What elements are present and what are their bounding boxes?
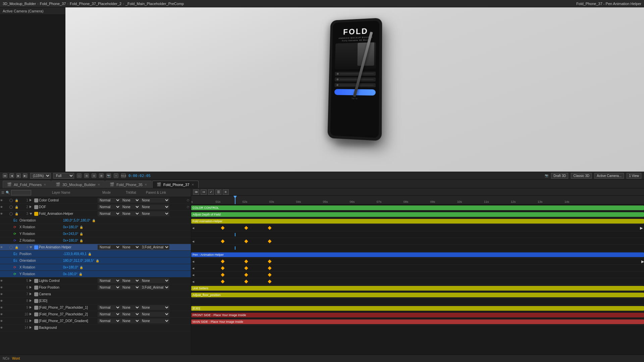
layer-expand-14[interactable] — [30, 326, 34, 329]
prop-value-xrot-1[interactable]: 0x+180,0° — [63, 225, 78, 229]
layer-mode-4[interactable]: Normal — [98, 245, 120, 250]
tab-all-fold-phones[interactable]: 🎬 All_Fold_Phones ✕ — [3, 181, 51, 188]
layer-eye-9[interactable]: 👁 — [0, 306, 3, 309]
layer-parent-5[interactable]: None — [140, 278, 169, 283]
layer-parent-10[interactable]: None — [140, 312, 169, 317]
layer-prop-icon-2[interactable]: ⏱ — [186, 205, 190, 209]
prop-lock-pos[interactable]: 🔒 — [88, 252, 92, 256]
layer-mode-2[interactable]: Normal — [98, 204, 120, 209]
layer-mode-1[interactable]: Normal — [98, 198, 120, 203]
layer-parent-9[interactable]: None — [140, 305, 169, 310]
prop-lock-orient-2[interactable]: 🔒 — [96, 259, 99, 262]
safe-btn[interactable]: ⊠ — [99, 173, 104, 178]
prop-lock-yrot-2[interactable]: 🔒 — [79, 273, 83, 276]
layer-parent-3[interactable]: None — [140, 211, 169, 216]
layer-row-4[interactable]: 👁 🔒 4 Pen Animation Helper — [0, 244, 191, 251]
prop-lock-yrot-1[interactable]: 🔒 — [79, 232, 83, 236]
time-ruler[interactable]: 0s 01s 02s 03s 04s 05s 06s 07s 08s 09s 1… — [191, 196, 644, 204]
tab-close-4[interactable]: ✕ — [192, 183, 194, 186]
tab-fold-phone-37[interactable]: 🎬 Fold_Phone_37 ✕ — [152, 181, 199, 188]
layer-solo-2[interactable] — [9, 205, 13, 209]
layer-eye-7[interactable]: 👁 — [0, 293, 3, 296]
track-nav-pos-l[interactable]: ◀ — [191, 259, 195, 263]
layer-mode-3[interactable]: Normal — [98, 211, 120, 216]
breadcrumb-item-2[interactable]: Fold_Phone_37 — [40, 2, 66, 6]
track-nav-pos-r[interactable]: ▶ — [641, 259, 644, 264]
layer-eye-8[interactable]: 👁 — [0, 299, 3, 303]
layer-expand-2[interactable] — [30, 205, 34, 209]
prev-frame-btn[interactable]: ◀ — [9, 173, 14, 178]
layer-row-2[interactable]: 👁 🔒 2 DOF Norm — [0, 204, 191, 210]
layer-solo-3[interactable] — [9, 212, 13, 216]
layer-lock-3[interactable]: 🔒 — [15, 212, 18, 216]
layer-eye-3[interactable]: 👁 — [0, 212, 3, 216]
breadcrumb-item-1[interactable]: 3D_Mockup_Builder — [3, 2, 36, 6]
layer-mode-5[interactable]: Normal — [98, 278, 120, 283]
layer-expand-4[interactable] — [30, 246, 34, 249]
layer-parent-2[interactable]: None — [140, 204, 169, 209]
track-nav-yrot-l[interactable]: ◀ — [191, 280, 195, 284]
prop-lock-orient-1[interactable]: 🔒 — [92, 219, 96, 222]
prop-value-yrot-2[interactable]: 0x-180,0° — [63, 272, 77, 276]
breadcrumb-item-3[interactable]: Fold_Phone_37_Placeholder_2 — [70, 2, 121, 6]
layer-trkmat-4[interactable]: None — [120, 245, 140, 250]
prop-value-orient-1[interactable]: 180,0°,5,0°,180,0° — [63, 219, 91, 222]
guides-btn[interactable]: ⊟ — [92, 173, 96, 178]
region-btn[interactable]: □ — [77, 173, 82, 178]
layer-eye-10[interactable]: 👁 — [0, 313, 3, 316]
track-nav-left-2[interactable]: ◀ — [191, 239, 195, 243]
track-nav-right-1[interactable]: ▶ — [640, 226, 644, 230]
tab-close-1[interactable]: ✕ — [44, 183, 46, 186]
draft3d-btn[interactable]: Draft 3D — [551, 173, 568, 179]
layer-expand-6[interactable] — [30, 286, 34, 289]
layer-lock-4[interactable]: 🔒 — [15, 246, 18, 249]
layer-parent-11[interactable]: None — [140, 318, 169, 323]
layer-trkmat-9[interactable]: None — [120, 305, 140, 310]
layer-lock-1[interactable]: 🔒 — [15, 199, 18, 202]
layer-expand-8[interactable] — [30, 299, 34, 303]
layer-trkmat-2[interactable]: None — [120, 204, 140, 209]
tab-fold-phone-35[interactable]: 🎬 Fold_Phone_35 ✕ — [105, 181, 152, 188]
layer-row-6[interactable]: 👁 6 Floor Position Normal None 3.Fold_An… — [0, 284, 191, 291]
timeline-menu-btn[interactable]: ☰ — [1, 191, 4, 194]
layer-parent-6[interactable]: 3.Fold_Animation- — [140, 285, 169, 290]
layer-expand-1[interactable] — [30, 199, 34, 202]
layer-eye-11[interactable]: 👁 — [0, 319, 3, 323]
timeline-nav-btn-4[interactable]: ☰ — [215, 189, 221, 195]
layer-mode-10[interactable]: Normal — [98, 312, 120, 317]
layer-row-3[interactable]: 👁 🔒 3 Fold_Animation-Helpe — [0, 210, 191, 217]
layer-row-11[interactable]: 👁 11 [Fold_Phone_37_DOF_Gradient] Normal… — [0, 318, 191, 324]
classic3d-btn[interactable]: Classic 3D — [571, 173, 592, 179]
prop-value-pos[interactable]: -133,9,459,49,1 — [63, 252, 87, 256]
grid-btn[interactable]: ⊞ — [84, 173, 89, 178]
tab-3d-mockup[interactable]: 🎬 3D_Mockup_Builder ✕ — [51, 181, 105, 188]
prop-value-yrot-1[interactable]: 0x+243,0° — [63, 232, 78, 236]
layer-row-8[interactable]: 👁 8 [E3D] — [0, 298, 191, 304]
prop-lock-zrot-1[interactable]: 🔒 — [79, 239, 83, 242]
layer-eye-4[interactable]: 👁 — [0, 246, 3, 249]
layer-parent-4[interactable]: 3.Fold_Animation- — [140, 245, 169, 250]
layer-solo-1[interactable] — [9, 199, 13, 202]
layer-eye-5[interactable]: 👁 — [0, 279, 3, 283]
prop-lock-xrot-1[interactable]: 🔒 — [79, 226, 83, 229]
layer-lock-2[interactable]: 🔒 — [15, 205, 18, 209]
track-nav-xrot-l[interactable]: ◀ — [191, 273, 195, 277]
layer-trkmat-1[interactable]: None — [120, 198, 140, 203]
prop-lock-xrot-2[interactable]: 🔒 — [79, 266, 83, 269]
layer-eye-14[interactable]: 👁 — [0, 326, 3, 329]
resolution-select[interactable]: Full Half Quarter — [53, 173, 74, 179]
layer-row-1[interactable]: 👁 🔒 1 Color Control — [0, 197, 191, 204]
timeline-nav-btn-1[interactable]: ≫ — [193, 189, 199, 195]
camera-btn[interactable]: 📷 — [106, 173, 111, 178]
prop-value-zrot-1[interactable]: 0x+180,0° — [63, 239, 78, 242]
layer-row-10[interactable]: 👁 10 [Fold_Phone_37_Placeholder_2] Norma… — [0, 311, 191, 318]
time-code[interactable]: 0:00:02:05 — [128, 174, 151, 178]
layer-eye-6[interactable]: 👁 — [0, 286, 3, 289]
layer-expand-7[interactable] — [30, 293, 34, 296]
prop-value-xrot-2[interactable]: 0x+180,0° — [63, 265, 78, 269]
layer-mode-11[interactable]: Normal — [98, 318, 120, 323]
layer-trkmat-5[interactable]: None — [120, 278, 140, 283]
layer-parent-1[interactable]: None — [140, 198, 169, 203]
view-btn[interactable]: 1 View — [627, 173, 641, 179]
layer-solo-4[interactable] — [9, 246, 13, 249]
